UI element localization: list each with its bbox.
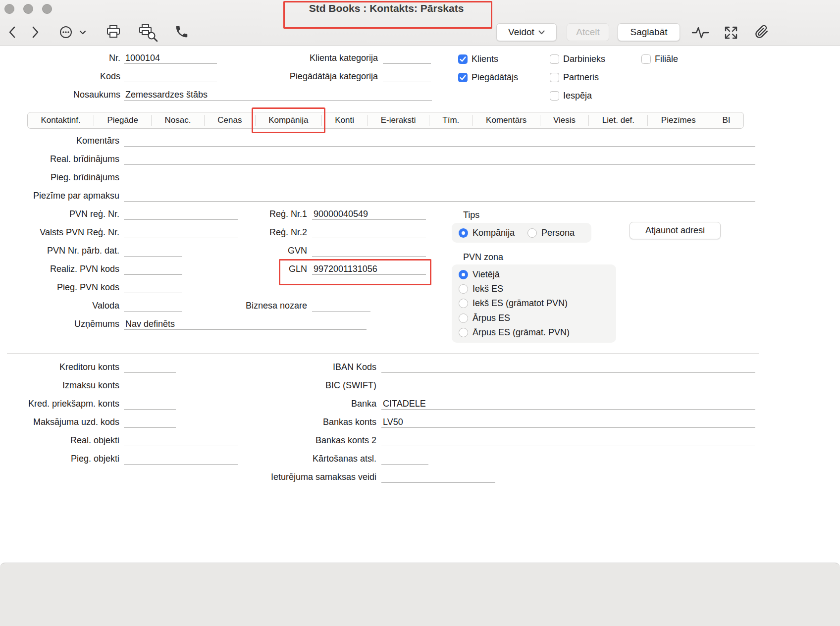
radio-unselected-icon	[459, 328, 468, 337]
status-bar	[0, 563, 840, 626]
save-button-label: Saglabāt	[630, 27, 667, 38]
tips-option-persona-label: Persona	[541, 228, 575, 238]
pvn-zona-option-ieks-es[interactable]: Iekš ES	[459, 284, 609, 294]
valsts-pvn-reg-nr-field[interactable]	[124, 226, 238, 238]
tab-komentars[interactable]: Komentārs	[473, 112, 540, 128]
filiale-checkbox[interactable]	[641, 54, 651, 64]
back-button[interactable]	[7, 25, 18, 42]
izmaksu-konts-field[interactable]	[124, 379, 176, 391]
tips-option-kompanija[interactable]: Kompānija	[459, 228, 515, 238]
pvn-zona-option-arpus-es[interactable]: Ārpus ES	[459, 313, 609, 323]
tab-cenas[interactable]: Cenas	[205, 112, 255, 128]
app-window: Std Books : Kontakts: Pārskats	[0, 0, 840, 626]
iespeja-checkbox[interactable]	[550, 91, 559, 101]
tips-group-label: Tips	[463, 210, 479, 220]
reg-nr2-field[interactable]	[312, 226, 426, 238]
tab-viesis[interactable]: Viesis	[540, 112, 589, 128]
banka-field[interactable]: CITADELE	[381, 398, 755, 410]
real-objekti-field[interactable]	[124, 434, 238, 446]
cancel-button[interactable]: Atcelt	[567, 23, 609, 41]
reg-nr2-label: Reģ. Nr.2	[228, 226, 307, 239]
valoda-label: Valoda	[5, 300, 119, 312]
bic-swift-label: BIC (SWIFT)	[223, 379, 376, 392]
pvn-zona-option-arpus-es-gramat[interactable]: Ārpus ES (grāmat. PVN)	[459, 327, 609, 338]
tab-kompanija[interactable]: Kompānija	[256, 112, 321, 128]
partneris-checkbox[interactable]	[550, 73, 559, 82]
komentars-field[interactable]	[124, 135, 755, 147]
piegadatajs-checkbox[interactable]	[458, 73, 468, 82]
kred-prieksapm-konts-field[interactable]	[124, 398, 176, 410]
print-button[interactable]	[105, 24, 122, 42]
tips-option-persona[interactable]: Persona	[527, 228, 575, 238]
tab-kontaktinf[interactable]: Kontaktinf.	[28, 112, 94, 128]
tips-option-kompanija-label: Kompānija	[472, 228, 515, 238]
klienta-kategorija-field[interactable]	[383, 52, 431, 64]
pvn-zona-option-arpus-es-label: Ārpus ES	[472, 313, 510, 323]
kartosanas-atsl-field[interactable]	[381, 453, 428, 465]
tab-liet-def[interactable]: Liet. def.	[589, 112, 647, 128]
bic-swift-field[interactable]	[381, 379, 755, 391]
realiz-pvn-kods-field[interactable]	[124, 263, 182, 275]
radio-selected-icon	[459, 228, 468, 238]
ieturejuma-samaksas-veidi-field[interactable]	[381, 471, 495, 483]
gln-field[interactable]: 9972001131056	[312, 263, 426, 275]
filiale-checkbox-label: Filiāle	[655, 53, 678, 65]
biznesa-nozare-field[interactable]	[312, 300, 370, 312]
record-menu-button[interactable]	[58, 25, 90, 42]
bankas-konts-field[interactable]: LV50	[381, 416, 755, 428]
tab-tim[interactable]: Tīm.	[429, 112, 472, 128]
attachments-paperclip-button[interactable]	[755, 24, 769, 41]
activity-pulse-button[interactable]	[691, 25, 709, 42]
pieg-bridinajums-field[interactable]	[124, 171, 755, 183]
realiz-pvn-kods-label: Realiz. PVN kods	[5, 263, 119, 275]
bankas-konts-label: Bankas konts	[223, 416, 376, 428]
klients-checkbox-label: Klients	[472, 53, 498, 65]
pvn-zona-option-vieteja[interactable]: Vietējā	[459, 269, 609, 280]
darbinieks-checkbox[interactable]	[550, 54, 559, 64]
tab-e-ieraksti[interactable]: E-ieraksti	[368, 112, 429, 128]
real-bridinajums-field[interactable]	[124, 153, 755, 165]
nosaukums-field[interactable]: Zemessardzes štābs	[124, 89, 432, 101]
save-button[interactable]: Saglabāt	[618, 23, 680, 41]
reg-nr1-field[interactable]: 90000040549	[312, 208, 426, 220]
pieg-objekti-field[interactable]	[124, 453, 238, 465]
kreditoru-konts-label: Kreditoru konts	[5, 361, 119, 373]
gvn-label: GVN	[228, 245, 307, 257]
expand-fullscreen-button[interactable]	[723, 25, 739, 43]
phone-button[interactable]	[174, 24, 189, 41]
gvn-field[interactable]	[312, 245, 426, 257]
maksajuma-uzd-kods-field[interactable]	[124, 416, 176, 428]
piezime-par-apmaksu-field[interactable]	[124, 190, 755, 202]
atjaunot-adresi-button[interactable]: Atjaunot adresi	[630, 222, 721, 239]
tab-bar: Kontaktinf. Piegāde Nosac. Cenas Kompāni…	[27, 112, 744, 129]
tab-bi[interactable]: BI	[709, 112, 743, 128]
kreditoru-konts-field[interactable]	[124, 361, 176, 373]
radio-selected-icon	[459, 270, 468, 279]
kods-field[interactable]	[124, 70, 217, 82]
pvn-nr-parb-dat-label: PVN Nr. pārb. dat.	[5, 245, 119, 257]
pvn-zona-option-ieks-es-gramatot[interactable]: Iekš ES (grāmatot PVN)	[459, 298, 609, 309]
create-button-label: Veidot	[508, 27, 534, 38]
iban-kods-field[interactable]	[381, 361, 755, 373]
tab-piezimes[interactable]: Piezīmes	[648, 112, 709, 128]
piegadataja-kategorija-field[interactable]	[383, 70, 431, 82]
create-button[interactable]: Veidot	[496, 23, 557, 41]
pieg-pvn-kods-field[interactable]	[124, 281, 182, 293]
tab-nosac[interactable]: Nosac.	[152, 112, 204, 128]
forward-button[interactable]	[30, 25, 41, 42]
uznemums-field[interactable]: Nav definēts	[124, 318, 367, 330]
nr-field[interactable]: 1000104	[124, 52, 217, 64]
bankas-konts-2-field[interactable]	[381, 434, 755, 446]
klients-checkbox[interactable]	[458, 54, 468, 64]
pvn-reg-nr-field[interactable]	[124, 208, 238, 220]
cancel-button-label: Atcelt	[576, 27, 600, 38]
valoda-field[interactable]	[124, 300, 182, 312]
window-chrome: Std Books : Kontakts: Pārskats	[0, 0, 840, 46]
tab-piegade[interactable]: Piegāde	[94, 112, 151, 128]
tab-konti[interactable]: Konti	[322, 112, 368, 128]
pieg-pvn-kods-label: Pieg. PVN kods	[5, 281, 119, 294]
tab-kompanija-label: Kompānija	[268, 115, 308, 125]
pvn-nr-parb-dat-field[interactable]	[124, 245, 182, 257]
atjaunot-adresi-button-label: Atjaunot adresi	[645, 225, 705, 236]
print-preview-button[interactable]	[138, 24, 158, 44]
